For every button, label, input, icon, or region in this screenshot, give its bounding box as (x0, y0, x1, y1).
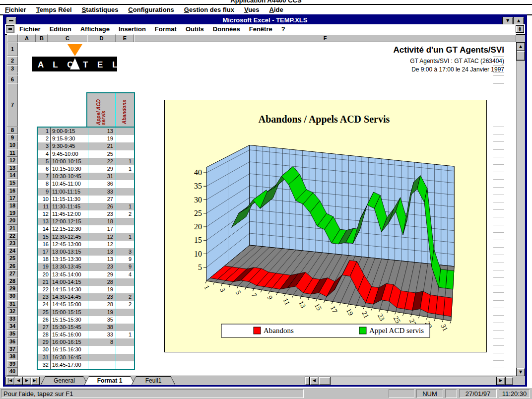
menu-item-fichier[interactable]: Fichier (0, 5, 31, 13)
table-row-7[interactable]: 710:30-10:4531 (38, 173, 134, 180)
table-row-19[interactable]: 1913:30-13:45239 (38, 263, 134, 270)
row-header-33[interactable]: 33 (7, 315, 18, 323)
column-header-F[interactable]: F (134, 34, 516, 42)
menu-item-aide[interactable]: Aide (265, 5, 288, 13)
table-row-14[interactable]: 1412:15-12:3017 (38, 225, 134, 233)
row-header-34[interactable]: 34 (7, 323, 18, 330)
table-row-6[interactable]: 610:15-10:30291 (38, 165, 134, 173)
scroll-up-button[interactable]: ▲ (516, 42, 525, 51)
select-all-corner[interactable] (7, 34, 18, 42)
row-header-9[interactable]: 9 (7, 134, 18, 141)
column-header-A[interactable]: A (18, 34, 36, 42)
table-row-20[interactable]: 2013:45-14:00294 (38, 271, 134, 278)
menu-item-gestion-des-flux[interactable]: Gestion des flux (179, 5, 239, 13)
table-row-25[interactable]: 2515:00-15:1519 (38, 309, 134, 316)
column-header-D[interactable]: D (87, 34, 116, 42)
row-header-8[interactable]: 8 (7, 127, 18, 134)
row-header-30[interactable]: 30 (7, 292, 18, 300)
table-row-23[interactable]: 2314:30-14:45232 (38, 293, 134, 301)
table-row-5[interactable]: 510:00-10:15221 (38, 158, 134, 165)
last-sheet-button[interactable]: ▶| (31, 377, 40, 385)
table-row-1[interactable]: 19:00-9:1513 (38, 128, 134, 135)
row-header-3[interactable]: 3 (7, 65, 18, 72)
menu-item-fichier[interactable]: Fichier (15, 25, 45, 33)
menu-item-format[interactable]: Format (150, 25, 181, 33)
row-header-11[interactable]: 11 (7, 149, 18, 157)
menu-item-temps-r-el[interactable]: Temps Réel (31, 5, 77, 13)
menu-item-insertion[interactable]: Insertion (114, 25, 150, 33)
row-header-2[interactable]: 2 (7, 56, 18, 65)
menu-item-outils[interactable]: Outils (181, 25, 208, 33)
table-row-17[interactable]: 1713:00-13:15133 (38, 248, 134, 256)
table-row-31[interactable]: 3116:30-16:45 (38, 354, 134, 361)
row-header-1[interactable]: 1 (7, 43, 18, 56)
row-header-25[interactable]: 25 (7, 255, 18, 262)
table-row-10[interactable]: 1011:15-11:3027 (38, 196, 134, 203)
row-header-7[interactable]: 7 (7, 83, 18, 127)
document-control-menu-button[interactable] (6, 25, 14, 33)
row-header-29[interactable]: 29 (7, 285, 18, 292)
row-header-15[interactable]: 15 (7, 179, 18, 187)
row-header-36[interactable]: 36 (7, 338, 18, 345)
row-header-23[interactable]: 23 (7, 240, 18, 247)
menu-item-fen-tre[interactable]: Fenêtre (245, 25, 277, 33)
row-header-24[interactable]: 24 (7, 247, 18, 255)
first-sheet-button[interactable]: |◀ (5, 377, 14, 385)
row-header-31[interactable]: 31 (7, 300, 18, 308)
table-row-27[interactable]: 2715:30-15:4538 (38, 324, 134, 331)
tab-split-handle[interactable] (305, 377, 310, 385)
table-row-22[interactable]: 2214:15-14:3019 (38, 286, 134, 293)
table-row-32[interactable]: 3216:45-17:00 (38, 361, 134, 369)
row-header-18[interactable]: 18 (7, 202, 18, 209)
prev-sheet-button[interactable]: ◀ (14, 377, 23, 385)
column-header-B[interactable]: B (36, 34, 48, 42)
hscroll-right-button[interactable]: ▶ (496, 377, 505, 385)
minimize-button[interactable]: ▼ (502, 17, 513, 25)
table-row-30[interactable]: 3016:15-16:30 (38, 346, 134, 353)
row-header-16[interactable]: 16 (7, 187, 18, 195)
row-header-35[interactable]: 35 (7, 330, 18, 337)
menu-item-edition[interactable]: Edition (45, 25, 76, 33)
sheet-tab-feuil1[interactable]: Feuil1 (132, 376, 175, 385)
row-header-37[interactable]: 37 (7, 345, 18, 353)
sheet-tab-general[interactable]: General (41, 376, 88, 385)
table-row-16[interactable]: 1612:45-13:0012 (38, 241, 134, 248)
menu-item-vues[interactable]: Vues (239, 5, 265, 13)
row-header-10[interactable]: 10 (7, 141, 18, 149)
row-header-32[interactable]: 32 (7, 308, 18, 315)
row-header-21[interactable]: 21 (7, 225, 18, 232)
menu-item--[interactable]: ? (277, 25, 290, 33)
table-row-26[interactable]: 2615:15-15:3035 (38, 316, 134, 324)
table-row-3[interactable]: 39:30-9:4521 (38, 142, 134, 150)
table-row-15[interactable]: 1512:30-12:45121 (38, 233, 134, 241)
row-header-22[interactable]: 22 (7, 232, 18, 240)
menu-item-statistiques[interactable]: Statistiques (77, 5, 124, 13)
row-header-28[interactable]: 28 (7, 277, 18, 285)
document-restore-button[interactable]: ▲▼ (516, 25, 524, 33)
sheet-tab-format-1[interactable]: Format 1 (84, 376, 135, 385)
column-header-C[interactable]: C (48, 34, 87, 42)
row-header-39[interactable]: 39 (7, 360, 18, 368)
scrollbar-split-handle[interactable] (505, 377, 513, 385)
table-row-11[interactable]: 1111:30-11:45261 (38, 203, 134, 210)
row-header-26[interactable]: 26 (7, 263, 18, 270)
row-header-19[interactable]: 19 (7, 209, 18, 217)
table-row-18[interactable]: 1813:15-13:30139 (38, 256, 134, 263)
row-header-17[interactable]: 17 (7, 195, 18, 202)
row-header-13[interactable]: 13 (7, 164, 18, 172)
row-header-12[interactable]: 12 (7, 157, 18, 164)
table-row-2[interactable]: 29:15-9:3019 (38, 135, 134, 142)
maximize-button[interactable]: ▲ (513, 17, 524, 25)
table-row-12[interactable]: 1211:45-12:00232 (38, 210, 134, 218)
horizontal-scroll-thumb[interactable] (319, 377, 331, 385)
row-header-38[interactable]: 38 (7, 353, 18, 360)
row-header-14[interactable]: 14 (7, 172, 18, 179)
table-row-4[interactable]: 49:45-10:0025 (38, 150, 134, 158)
vertical-scrollbar[interactable] (516, 42, 525, 376)
table-row-21[interactable]: 2114:00-14:1528 (38, 278, 134, 286)
column-header-E[interactable]: E (116, 34, 134, 42)
table-row-13[interactable]: 1312:00-12:1518 (38, 218, 134, 225)
table-row-24[interactable]: 2414:45-15:00282 (38, 301, 134, 308)
table-row-9[interactable]: 911:00-11:1533 (38, 188, 134, 196)
window-control-menu-button[interactable] (6, 17, 16, 25)
